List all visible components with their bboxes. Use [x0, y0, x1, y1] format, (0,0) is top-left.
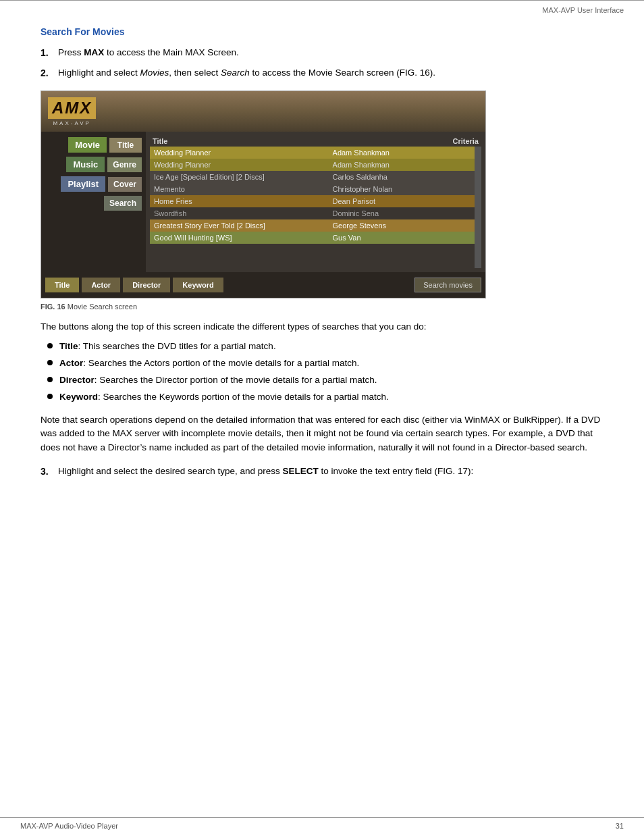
- step-3-num: 3.: [41, 465, 58, 479]
- table-wrapper: Wedding Planner Adam Shankman Wedding Pl…: [150, 147, 481, 268]
- genre-button[interactable]: Genre: [107, 157, 142, 172]
- playlist-button[interactable]: Playlist: [61, 176, 105, 192]
- music-row: Music Genre: [45, 157, 142, 172]
- bullet-text: Keyword: Searches the Keywords portion o…: [59, 391, 389, 404]
- col-criteria: Criteria: [452, 137, 479, 145]
- table-scroll: Wedding Planner Adam Shankman Wedding Pl…: [150, 147, 475, 268]
- amx-max-avp: MAX-AVP: [53, 120, 90, 126]
- step-3: 3. Highlight and select the desired sear…: [41, 465, 603, 479]
- search-button[interactable]: Search: [104, 196, 142, 211]
- step3-list: 3. Highlight and select the desired sear…: [41, 465, 603, 479]
- bullet-text: Title: This searches the DVD titles for …: [59, 340, 276, 353]
- movie-button[interactable]: Movie: [68, 137, 107, 153]
- step-1: 1. Press MAX to access the Main MAX Scre…: [41, 47, 603, 60]
- search-row: Search: [45, 196, 142, 211]
- bullet-item: Actor: Searches the Actors portion of th…: [47, 357, 603, 370]
- table-row[interactable]: Greatest Story Ever Told [2 Discs] Georg…: [150, 219, 475, 232]
- step-1-after: to access the Main MAX Screen.: [104, 47, 239, 57]
- main-content: Search For Movies 1. Press MAX to access…: [0, 20, 644, 502]
- amx-logo-text: AMX: [48, 97, 96, 119]
- music-button[interactable]: Music: [66, 157, 105, 172]
- page-footer: MAX-AVP Audio-Video Player 31: [0, 817, 644, 834]
- step-2-num: 2.: [41, 67, 58, 80]
- section-heading: Search For Movies: [41, 26, 603, 37]
- title-button[interactable]: Title: [109, 138, 142, 153]
- left-sidebar: Movie Title Music Genre Playlist Cover S…: [41, 132, 146, 272]
- actor-search-btn[interactable]: Actor: [82, 278, 120, 292]
- movie-table: Wedding Planner Adam Shankman Wedding Pl…: [150, 147, 475, 244]
- step-2-italic2: Search: [221, 68, 250, 78]
- bullet-text: Actor: Searches the Actors portion of th…: [59, 357, 359, 370]
- table-row[interactable]: Swordfish Dominic Sena: [150, 207, 475, 219]
- scrollbar[interactable]: [475, 147, 481, 268]
- bottom-buttons: Title Actor Director Keyword Search movi…: [41, 272, 485, 298]
- col-title: Title: [153, 137, 167, 145]
- keyword-search-btn[interactable]: Keyword: [173, 278, 223, 292]
- fig-label: FIG. 16: [41, 303, 65, 311]
- step-3-content: Highlight and select the desired search …: [58, 465, 603, 479]
- step-1-bold: MAX: [84, 47, 104, 57]
- playlist-row: Playlist Cover: [45, 176, 142, 192]
- table-row[interactable]: Wedding Planner Adam Shankman: [150, 159, 475, 171]
- amx-header: AMX MAX-AVP: [41, 91, 485, 132]
- bullet-item: Title: This searches the DVD titles for …: [47, 340, 603, 353]
- table-row[interactable]: Good Will Hunting [WS] Gus Van: [150, 232, 475, 244]
- steps-list: 1. Press MAX to access the Main MAX Scre…: [41, 47, 603, 80]
- search-movies-btn[interactable]: Search movies: [414, 278, 481, 292]
- step-3-bold: SELECT: [282, 466, 318, 476]
- page-header-title: MAX-AVP User Interface: [542, 6, 624, 14]
- table-row[interactable]: Memento Christopher Nolan: [150, 183, 475, 195]
- fig-caption: FIG. 16 Movie Search screen: [41, 303, 603, 311]
- step-1-content: Press MAX to access the Main MAX Screen.: [58, 47, 603, 60]
- fig-text: Movie Search screen: [68, 303, 137, 311]
- screenshot: AMX MAX-AVP Movie Title Music Genre Play…: [41, 90, 486, 298]
- table-row[interactable]: Ice Age [Special Edition] [2 Discs] Carl…: [150, 171, 475, 183]
- bullet-dot: [47, 343, 53, 348]
- right-content: Title Criteria Wedding Planner Adam Shan…: [146, 132, 485, 272]
- note-paragraph: Note that search operations depend on th…: [41, 413, 603, 454]
- bullet-item: Director: Searches the Director portion …: [47, 374, 603, 387]
- director-search-btn[interactable]: Director: [123, 278, 170, 292]
- ui-body: Movie Title Music Genre Playlist Cover S…: [41, 132, 485, 272]
- step-2: 2. Highlight and select Movies, then sel…: [41, 67, 603, 80]
- cover-button[interactable]: Cover: [108, 177, 142, 192]
- footer-right: 31: [616, 822, 624, 830]
- step-1-num: 1.: [41, 47, 58, 60]
- page-header: MAX-AVP User Interface: [0, 3, 644, 20]
- bullet-dot: [47, 377, 53, 382]
- step-3-after: to invoke the text entry field (FIG. 17)…: [319, 466, 474, 476]
- step-2-content: Highlight and select Movies, then select…: [58, 67, 603, 80]
- footer-left: MAX-AVP Audio-Video Player: [20, 822, 118, 830]
- step-2-italic1: Movies: [140, 68, 169, 78]
- top-rule: [0, 0, 644, 1]
- bullet-text: Director: Searches the Director portion …: [59, 374, 377, 387]
- body-paragraph: The buttons along the top of this screen…: [41, 320, 603, 334]
- bullet-dot: [47, 360, 53, 365]
- table-header: Title Criteria: [150, 136, 481, 147]
- movie-row: Movie Title: [45, 137, 142, 153]
- bullet-dot: [47, 394, 53, 399]
- bullet-item: Keyword: Searches the Keywords portion o…: [47, 391, 603, 404]
- table-row[interactable]: Home Fries Dean Parisot: [150, 195, 475, 207]
- title-search-btn[interactable]: Title: [45, 278, 79, 292]
- bullet-list: Title: This searches the DVD titles for …: [47, 340, 603, 404]
- table-row[interactable]: Wedding Planner Adam Shankman: [150, 147, 475, 159]
- amx-logo-wrapper: AMX MAX-AVP: [48, 97, 96, 126]
